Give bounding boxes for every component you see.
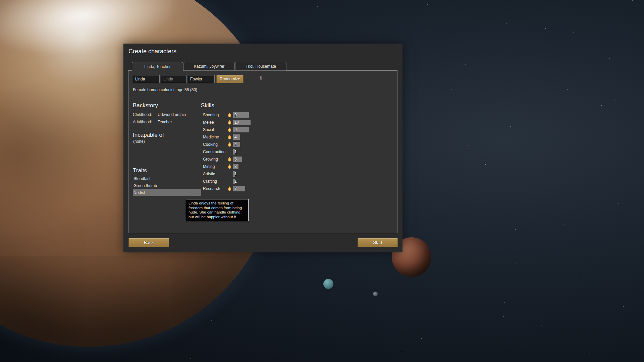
skill-name: Mining xyxy=(203,164,228,169)
character-tab[interactable]: Tkoi, Housemate xyxy=(235,62,286,71)
skill-bar-wrap: 4 xyxy=(233,142,277,147)
trait-label: Steadfast xyxy=(133,176,151,181)
passion-flame-icon xyxy=(228,135,233,140)
name-row: Randomize xyxy=(133,75,244,83)
passion-flame-icon xyxy=(228,120,233,125)
passion-flame-icon xyxy=(228,113,233,118)
skill-row: Melee 10 xyxy=(203,119,277,126)
start-button[interactable]: Start xyxy=(358,238,398,247)
backstory-row: Childhood: Urbworld urchin xyxy=(133,111,186,118)
skill-value: 3 xyxy=(234,164,237,169)
info-icon[interactable] xyxy=(259,75,263,82)
skill-row: Crafting 1 xyxy=(203,178,277,185)
backstory-value: Urbworld urchin xyxy=(158,112,186,117)
skill-bar-wrap: 3 xyxy=(233,164,277,169)
skill-value: 1 xyxy=(234,149,237,155)
incapable-value: (none) xyxy=(133,139,145,144)
trait-row[interactable]: Nudist xyxy=(133,189,201,196)
trait-label: Nudist xyxy=(133,190,145,195)
traits-list: Steadfast Green thumb Nudist xyxy=(133,175,201,196)
backstory-label: Childhood: xyxy=(133,112,158,117)
backstory-value: Teacher xyxy=(158,120,172,124)
character-tabs: Linda, Teacher Kazumi, Joywirer Tkoi, Ho… xyxy=(132,62,287,71)
character-tab[interactable]: Linda, Teacher xyxy=(132,62,183,71)
skill-value: 9 xyxy=(234,127,237,132)
planet-tiny xyxy=(373,292,378,296)
skill-bar-wrap: 1 xyxy=(233,171,277,177)
character-tab[interactable]: Kazumi, Joywirer xyxy=(183,62,235,71)
skill-row: Social 9 xyxy=(203,126,277,133)
skill-value: 7 xyxy=(234,186,237,191)
skill-row: Cooking 4 xyxy=(203,141,277,148)
trait-row[interactable]: Green thumb xyxy=(133,182,201,189)
skill-row: Artistic 1 xyxy=(203,170,277,178)
back-button[interactable]: Back xyxy=(128,238,169,247)
planet-small-teal xyxy=(323,279,333,289)
passion-flame-icon xyxy=(228,164,233,169)
skill-bar-wrap: 7 xyxy=(233,186,277,191)
skill-value: 5 xyxy=(234,157,237,162)
passion-flame-icon xyxy=(228,186,233,191)
skill-row: Research 7 xyxy=(203,185,277,192)
skill-value: 4 xyxy=(234,134,237,140)
skill-name: Growing xyxy=(203,157,228,162)
skill-value: 9 xyxy=(234,112,237,118)
skill-bar-wrap: 9 xyxy=(233,112,277,118)
skill-row: Mining 3 xyxy=(203,163,277,170)
tab-label: Linda, Teacher xyxy=(144,64,171,69)
backstory-heading: Backstory xyxy=(133,102,158,109)
skill-bar-wrap: 10 xyxy=(233,120,277,125)
last-name-input[interactable] xyxy=(188,75,215,83)
skill-name: Crafting xyxy=(203,179,228,184)
skill-row: Growing 5 xyxy=(203,156,277,163)
skill-bar-wrap: 4 xyxy=(233,134,277,140)
tab-label: Kazumi, Joywirer xyxy=(194,64,224,69)
skill-row: Medicine 4 xyxy=(203,133,277,141)
skill-bar-wrap: 9 xyxy=(233,127,277,132)
traits-heading: Traits xyxy=(133,167,147,174)
skill-bar-wrap: 5 xyxy=(233,157,277,162)
trait-row[interactable]: Steadfast xyxy=(133,175,201,182)
skill-bar-wrap: 1 xyxy=(233,149,277,155)
tab-label: Tkoi, Housemate xyxy=(246,64,276,69)
passion-flame-icon xyxy=(228,127,233,132)
randomize-button[interactable]: Randomize xyxy=(216,75,244,83)
skill-name: Shooting xyxy=(203,113,228,117)
backstory-label: Adulthood: xyxy=(133,120,158,124)
skill-bar-wrap: 1 xyxy=(233,179,277,184)
incapable-heading: Incapable of xyxy=(133,132,164,138)
skill-value: 1 xyxy=(234,179,237,184)
skill-name: Cooking xyxy=(203,142,228,147)
skill-value: 10 xyxy=(234,120,239,125)
skill-name: Melee xyxy=(203,120,228,125)
skill-name: Construction xyxy=(203,149,228,154)
first-name-input[interactable] xyxy=(133,75,160,83)
nickname-input[interactable] xyxy=(161,75,186,83)
create-characters-dialog: Create characters Linda, Teacher Kazumi,… xyxy=(123,44,402,252)
skill-row: Shooting 9 xyxy=(203,111,277,119)
skill-value: 4 xyxy=(234,142,237,147)
trait-tooltip: Linda enjoys the feeling of freedom that… xyxy=(186,199,249,221)
skill-name: Social xyxy=(203,127,228,132)
skill-name: Medicine xyxy=(203,135,228,139)
skill-value: 1 xyxy=(234,171,237,177)
skill-name: Artistic xyxy=(203,172,228,176)
passion-flame-icon xyxy=(228,157,233,162)
backstory-list: Childhood: Urbworld urchin Adulthood: Te… xyxy=(133,111,186,126)
passion-flame-icon xyxy=(228,142,233,147)
skills-heading: Skills xyxy=(201,102,214,109)
colonist-summary: Female human colonist, age 58 (80) xyxy=(133,87,197,92)
dialog-title: Create characters xyxy=(128,48,176,55)
trait-label: Green thumb xyxy=(133,183,157,188)
skill-row: Construction 1 xyxy=(203,148,277,156)
skills-list: Shooting 9 Melee xyxy=(203,111,277,192)
backstory-row: Adulthood: Teacher xyxy=(133,118,186,126)
character-panel: Randomize Female human colonist, age 58 … xyxy=(128,70,397,233)
skill-name: Research xyxy=(203,186,228,191)
